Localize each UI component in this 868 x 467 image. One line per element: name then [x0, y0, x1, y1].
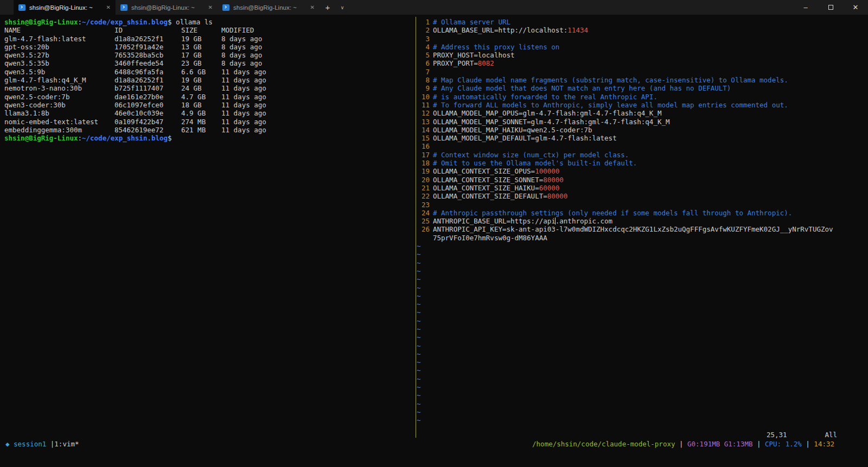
- status-segment: 1:vim*: [54, 440, 79, 448]
- shell-pane[interactable]: shsin@BigRig-Linux:~/code/exp_shsin.blog…: [4, 18, 412, 142]
- model-size: 274 MB: [181, 118, 221, 126]
- line-number: 8: [417, 76, 430, 84]
- table-row: nomic-embed-text:latest0a109f422b47274 M…: [4, 118, 412, 126]
- model-modified: 11 days ago: [221, 68, 266, 76]
- line-number: 22: [417, 192, 430, 200]
- editor-line: 5PROXY_HOST=localhost: [417, 51, 868, 59]
- line-number: 19: [417, 167, 430, 175]
- code-segment: OLLAMA_CONTEXT_SIZE_HAIKU=: [433, 184, 539, 192]
- code-segment: ANTHROPIC_API_KEY=sk-ant-api03-l7w0mdWDI…: [433, 225, 833, 233]
- terminal-icon: [18, 4, 25, 11]
- code-segment: anthropic.com: [559, 217, 612, 225]
- tilde-marker: ~: [417, 250, 421, 258]
- tab-title: shsin@BigRig-Linux: ~: [233, 4, 305, 11]
- code-segment: OLLAMA_MODEL_MAP_DEFAULT=glm-4.7-flash:l…: [433, 134, 617, 142]
- model-size: 621 MB: [181, 126, 221, 134]
- editor-line: 3: [417, 35, 868, 43]
- tab-close-icon[interactable]: ✕: [309, 4, 315, 10]
- editor-line: 24# Anthropic passthrough settings (only…: [417, 209, 868, 217]
- model-id: 0a109f422b47: [114, 118, 181, 126]
- model-name: qwen3.5:9b: [4, 68, 114, 76]
- tilde-marker: ~: [417, 259, 421, 267]
- code-segment: OLLAMA_MODEL_MAP_OPUS=glm-4.7-flash:gml-…: [433, 109, 661, 117]
- tmux-status-bar: ◆ session1 |1:vim* /home/shsin/code/clau…: [0, 439, 868, 449]
- code-segment: # Map Claude model name fragments (subst…: [433, 76, 788, 84]
- tmux-pane-divider[interactable]: [416, 17, 416, 438]
- code-segment: 80000: [547, 192, 568, 200]
- tab-title: shsin@BigRig-Linux: ~: [131, 4, 203, 11]
- table-row: llama3.1:8b46e0c10c039e4.9 GB11 days ago: [4, 109, 412, 117]
- line-number: 5: [417, 51, 430, 59]
- vim-cursor: .: [556, 217, 560, 225]
- tab-3[interactable]: shsin@BigRig-Linux: ~✕: [218, 0, 320, 15]
- empty-buffer-line: ~: [417, 375, 868, 383]
- model-size: 19 GB: [181, 35, 221, 43]
- empty-buffer-line: ~: [417, 267, 868, 275]
- new-tab-button[interactable]: +: [320, 0, 336, 15]
- terminal-icon: [222, 4, 229, 11]
- line-number: 17: [417, 151, 430, 159]
- table-row: embeddinggemma:300m85462619ee72621 MB11 …: [4, 126, 412, 134]
- model-modified: 11 days ago: [221, 93, 266, 101]
- line-number: 11: [417, 101, 430, 109]
- tilde-marker: ~: [417, 300, 421, 308]
- tilde-marker: ~: [417, 416, 421, 424]
- empty-buffer-line: ~: [417, 400, 868, 408]
- tilde-marker: ~: [417, 342, 421, 350]
- table-row: qwen3.5:9b6488c96fa5fa6.6 GB11 days ago: [4, 68, 412, 76]
- model-size: 4.9 GB: [181, 109, 221, 117]
- minimize-button[interactable]: –: [793, 0, 818, 15]
- line-number: 13: [417, 118, 430, 126]
- editor-line: 8# Map Claude model name fragments (subs…: [417, 76, 868, 84]
- tilde-marker: ~: [417, 366, 421, 374]
- model-name: llama3.1:8b: [4, 109, 114, 117]
- table-row: qwen3.5:35b3460ffeede5423 GB8 days ago: [4, 59, 412, 67]
- model-name: embeddinggemma:300m: [4, 126, 114, 134]
- table-row: glm-4.7-flash:latestd1a8a26252f119 GB8 d…: [4, 35, 412, 43]
- model-name: glm-4.7-flash:latest: [4, 35, 114, 43]
- empty-buffer-line: ~: [417, 317, 868, 325]
- tab-dropdown-button[interactable]: ∨: [336, 0, 349, 15]
- tilde-marker: ~: [417, 400, 421, 408]
- code-segment: ANTHROPIC_BASE_URL=https://api: [433, 217, 556, 225]
- model-id: d1a8a26252f1: [114, 76, 181, 84]
- code-segment: 80000: [543, 176, 564, 184]
- code-segment: # Any Claude model that does NOT match a…: [433, 84, 731, 92]
- tilde-marker: ~: [417, 317, 421, 325]
- tilde-marker: ~: [417, 375, 421, 383]
- table-header-row: NAMEIDSIZEMODIFIED: [4, 26, 412, 34]
- tab-2[interactable]: shsin@BigRig-Linux: ~✕: [116, 0, 218, 15]
- editor-line: 4# Address this proxy listens on: [417, 43, 868, 51]
- empty-buffer-line: ~: [417, 358, 868, 366]
- terminal-icon: [120, 4, 127, 11]
- editor-line: 20OLLAMA_CONTEXT_SIZE_SONNET=80000: [417, 176, 868, 184]
- model-size: 6.6 GB: [181, 68, 221, 76]
- editor-line: 6PROXY_PORT=8082: [417, 59, 868, 67]
- editor-line: 15OLLAMA_MODEL_MAP_DEFAULT=glm-4.7-flash…: [417, 134, 868, 142]
- prompt-path: ~/code/exp_shsin.blog: [82, 18, 168, 26]
- empty-buffer-line: ~: [417, 308, 868, 316]
- code-segment: OLLAMA_MODEL_MAP_HAIKU=qwen2.5-coder:7b: [433, 126, 592, 134]
- prompt-line: shsin@BigRig-Linux:~/code/exp_shsin.blog…: [4, 134, 412, 142]
- editor-line: 7: [417, 68, 868, 76]
- model-modified: 11 days ago: [221, 76, 266, 84]
- tab-close-icon[interactable]: ✕: [207, 4, 213, 10]
- tab-1[interactable]: shsin@BigRig-Linux: ~✕: [14, 0, 116, 15]
- code-segment: # Ollama server URL: [433, 18, 510, 26]
- line-number: 2: [417, 26, 430, 34]
- model-id: 17052f91a42e: [114, 43, 181, 51]
- maximize-button[interactable]: [818, 0, 843, 15]
- tab-close-icon[interactable]: ✕: [105, 4, 111, 10]
- model-modified: 11 days ago: [221, 109, 266, 117]
- editor-line: 2OLLAMA_BASE_URL=http://localhost:11434: [417, 26, 868, 34]
- line-number: 21: [417, 184, 430, 192]
- close-button[interactable]: ✕: [843, 0, 868, 15]
- table-row: qwen3-coder:30b06c1097efce018 GB11 days …: [4, 101, 412, 109]
- editor-line: 11# To forward ALL models to Anthropic, …: [417, 101, 868, 109]
- line-number: 20: [417, 176, 430, 184]
- status-segment: |: [752, 440, 765, 448]
- code-segment: OLLAMA_BASE_URL=http://localhost:: [433, 26, 567, 34]
- editor-line: 19OLLAMA_CONTEXT_SIZE_OPUS=100000: [417, 167, 868, 175]
- vim-pane[interactable]: 1# Ollama server URL2OLLAMA_BASE_URL=htt…: [417, 18, 868, 425]
- line-number: 12: [417, 109, 430, 117]
